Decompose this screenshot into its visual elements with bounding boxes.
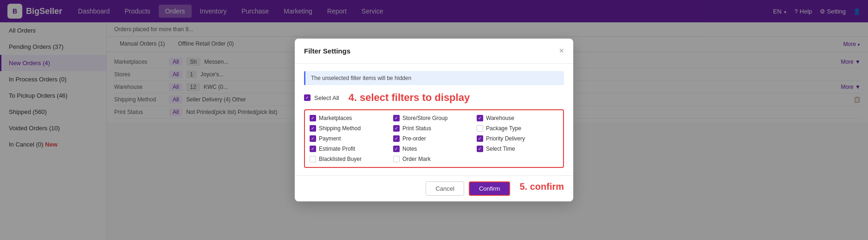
filter-option-label: Select Time [486, 146, 515, 152]
filter-option-select-time[interactable]: Select Time [477, 146, 558, 152]
filter-option-estimate-profit[interactable]: Estimate Profit [310, 146, 391, 152]
info-banner: The unselected filter items will be hidd… [304, 71, 564, 85]
filter-option-label: Estimate Profit [319, 146, 355, 152]
filter-option-label: Print Status [402, 125, 431, 132]
filter-option-notes[interactable]: Notes [393, 146, 475, 152]
select-all-row: Select All 4. select filters to display [304, 92, 564, 104]
filter-option-label: Store/Store Group [402, 115, 447, 121]
filter-option-print-status[interactable]: Print Status [393, 125, 475, 132]
modal-body: The unselected filter items will be hidd… [295, 64, 573, 175]
cb-priority-delivery[interactable] [477, 135, 483, 142]
cb-print-status[interactable] [393, 125, 400, 132]
step4-annotation: 4. select filters to display [348, 92, 470, 104]
filter-option-label: Package Type [486, 125, 521, 132]
cb-pre-order[interactable] [393, 135, 400, 142]
step5-annotation: 5. confirm [519, 181, 564, 196]
cb-warehouse[interactable] [477, 115, 483, 121]
modal-close-button[interactable]: × [559, 46, 564, 56]
cb-select-time[interactable] [477, 146, 483, 152]
cancel-button[interactable]: Cancel [426, 181, 464, 196]
filter-option-order-mark[interactable]: Order Mark [393, 156, 475, 162]
filter-option-label: Payment [319, 135, 341, 142]
filter-option-marketplaces[interactable]: Marketplaces [310, 115, 391, 121]
filter-settings-modal: Filter Settings × The unselected filter … [295, 39, 573, 201]
cb-marketplaces[interactable] [310, 115, 316, 121]
modal-overlay: Filter Settings × The unselected filter … [0, 0, 868, 240]
filter-option-priority-delivery[interactable]: Priority Delivery [477, 135, 558, 142]
filter-option-label: Shipping Method [319, 125, 361, 132]
cb-shipping-method[interactable] [310, 125, 316, 132]
cb-blacklisted-buyer[interactable] [310, 156, 316, 162]
filter-option-warehouse[interactable]: Warehouse [477, 115, 558, 121]
cb-estimate-profit[interactable] [310, 146, 316, 152]
confirm-button[interactable]: Confirm [469, 181, 511, 196]
modal-header: Filter Settings × [295, 39, 573, 64]
cb-package-type[interactable] [477, 125, 483, 132]
filter-option-shipping-method[interactable]: Shipping Method [310, 125, 391, 132]
cb-order-mark[interactable] [393, 156, 400, 162]
filter-option-label: Warehouse [486, 115, 514, 121]
filter-option-label: Marketplaces [319, 115, 352, 121]
filter-options-grid: Marketplaces Store/Store Group Warehouse… [304, 109, 564, 168]
filter-option-label: Priority Delivery [486, 135, 525, 142]
cb-notes[interactable] [393, 146, 400, 152]
select-all-checkbox[interactable] [304, 94, 311, 101]
modal-title: Filter Settings [304, 47, 350, 55]
filter-option-pre-order[interactable]: Pre-order [393, 135, 475, 142]
filter-option-payment[interactable]: Payment [310, 135, 391, 142]
cb-store-group[interactable] [393, 115, 400, 121]
modal-footer: Cancel Confirm 5. confirm [295, 175, 573, 201]
select-all-label: Select All [314, 94, 339, 101]
filter-option-label: Pre-order [402, 135, 426, 142]
filter-option-package-type[interactable]: Package Type [477, 125, 558, 132]
filter-option-label: Blacklisted Buyer [319, 156, 362, 162]
cb-payment[interactable] [310, 135, 316, 142]
filter-option-blacklisted-buyer[interactable]: Blacklisted Buyer [310, 156, 391, 162]
filter-option-label: Notes [402, 146, 417, 152]
filter-option-label: Order Mark [402, 156, 431, 162]
filter-option-store-group[interactable]: Store/Store Group [393, 115, 475, 121]
